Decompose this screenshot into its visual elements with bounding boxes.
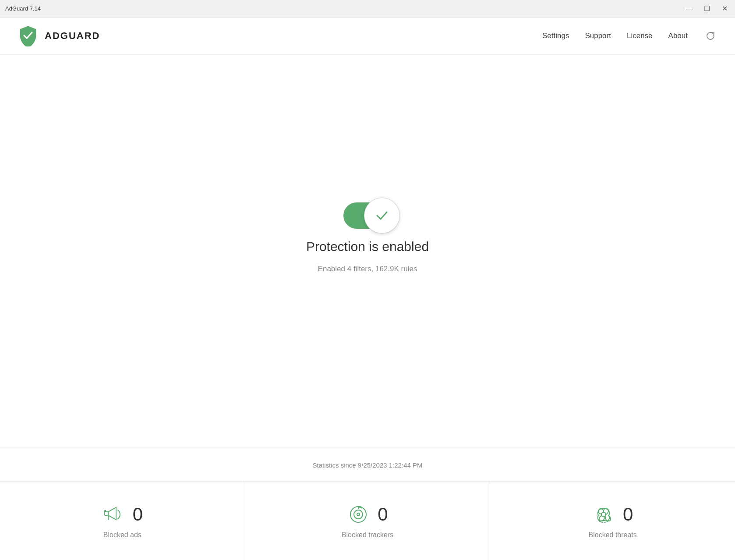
settings-nav[interactable]: Settings bbox=[542, 32, 569, 40]
megaphone-icon bbox=[102, 503, 125, 526]
blocked-ads-count-row: 0 bbox=[102, 503, 143, 526]
window-title: AdGuard 7.14 bbox=[5, 5, 41, 12]
blocked-threats-count-row: 0 bbox=[592, 503, 633, 526]
check-icon bbox=[374, 208, 390, 223]
statistics-section: Statistics since 9/25/2023 1:22:44 PM 0 bbox=[0, 447, 735, 560]
close-button[interactable]: ✕ bbox=[719, 4, 730, 14]
window-controls: — ☐ ✕ bbox=[684, 4, 730, 14]
toggle-container[interactable] bbox=[343, 202, 392, 229]
blocked-trackers-cell: 0 Blocked trackers bbox=[245, 482, 491, 560]
main-content: Protection is enabled Enabled 4 filters,… bbox=[0, 55, 735, 560]
blocked-trackers-count-row: 0 bbox=[347, 503, 388, 526]
svg-point-3 bbox=[354, 510, 363, 519]
license-nav[interactable]: License bbox=[627, 32, 653, 40]
svg-point-7 bbox=[601, 512, 606, 517]
blocked-ads-count: 0 bbox=[133, 504, 143, 525]
protection-status-text: Protection is enabled bbox=[306, 239, 429, 254]
blocked-threats-cell: 0 Blocked threats bbox=[490, 482, 735, 560]
title-bar: AdGuard 7.14 — ☐ ✕ bbox=[0, 0, 735, 18]
blocked-threats-label: Blocked threats bbox=[589, 531, 637, 539]
minimize-button[interactable]: — bbox=[684, 4, 695, 14]
svg-point-4 bbox=[357, 513, 360, 516]
nav-links: Settings Support License About bbox=[542, 29, 717, 43]
support-nav[interactable]: Support bbox=[585, 32, 611, 40]
app-window: AdGuard 7.14 — ☐ ✕ ADGUARD Settings Supp… bbox=[0, 0, 735, 560]
maximize-button[interactable]: ☐ bbox=[702, 4, 712, 14]
protection-subtitle: Enabled 4 filters, 162.9K rules bbox=[318, 265, 417, 273]
refresh-icon bbox=[705, 31, 716, 41]
statistics-grid: 0 Blocked ads bbox=[0, 481, 735, 560]
protection-title: Protection is enabled bbox=[306, 239, 429, 254]
blocked-ads-cell: 0 Blocked ads bbox=[0, 482, 245, 560]
blocked-trackers-count: 0 bbox=[378, 504, 388, 525]
about-nav[interactable]: About bbox=[668, 32, 688, 40]
tracker-icon bbox=[347, 503, 370, 526]
blocked-threats-count: 0 bbox=[623, 504, 633, 525]
logo-text: ADGUARD bbox=[45, 30, 100, 42]
logo-area: ADGUARD bbox=[18, 25, 100, 46]
blocked-trackers-label: Blocked trackers bbox=[342, 531, 393, 539]
header: ADGUARD Settings Support License About bbox=[0, 18, 735, 55]
refresh-button[interactable] bbox=[703, 29, 717, 43]
toggle-knob bbox=[364, 198, 399, 233]
biohazard-icon bbox=[592, 503, 615, 526]
statistics-since: Statistics since 9/25/2023 1:22:44 PM bbox=[0, 447, 735, 481]
blocked-ads-label: Blocked ads bbox=[103, 531, 141, 539]
protection-section: Protection is enabled Enabled 4 filters,… bbox=[306, 55, 429, 447]
protection-toggle[interactable] bbox=[343, 202, 392, 229]
adguard-logo-icon bbox=[18, 25, 39, 46]
